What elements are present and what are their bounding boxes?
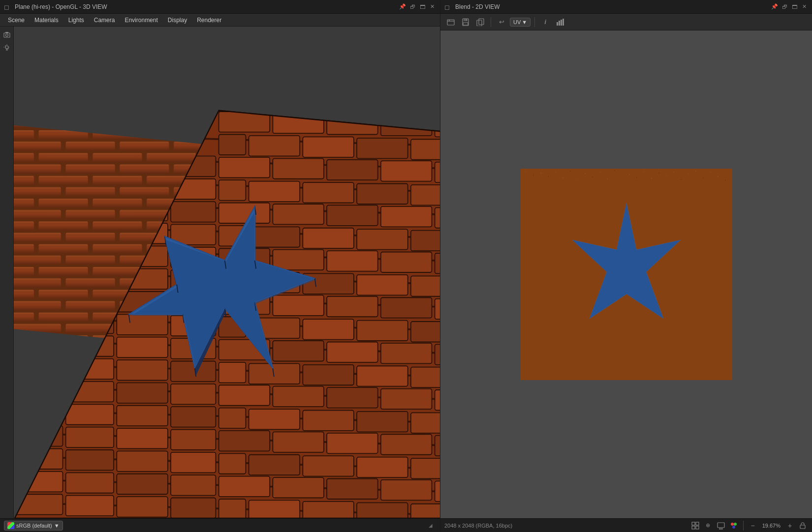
svg-rect-261 [695, 171, 696, 172]
svg-rect-63 [381, 161, 432, 181]
svg-rect-64 [435, 162, 440, 182]
svg-rect-173 [273, 432, 324, 452]
svg-rect-201 [303, 502, 354, 518]
restore-button-3d[interactable]: 🗗 [408, 3, 416, 11]
svg-rect-83 [171, 202, 216, 222]
close-button-2d[interactable]: ✕ [800, 3, 808, 11]
svg-rect-190 [219, 476, 270, 497]
menu-scene[interactable]: Scene [4, 16, 29, 25]
scene-3d-render [14, 27, 440, 518]
svg-rect-156 [327, 387, 378, 408]
menu-materials[interactable]: Materials [31, 16, 62, 25]
svg-rect-97 [273, 250, 324, 270]
undo-button[interactable]: ↩ [495, 16, 508, 29]
maximize-button-2d[interactable]: 🗖 [790, 3, 798, 11]
svg-rect-62 [327, 160, 378, 180]
color-picker-button[interactable] [728, 520, 739, 531]
lock-button[interactable] [797, 520, 808, 531]
svg-rect-118 [435, 299, 440, 319]
svg-rect-262 [703, 177, 704, 178]
svg-point-278 [731, 523, 734, 526]
svg-rect-259 [681, 179, 682, 180]
pin-button-2d[interactable]: 📌 [771, 3, 779, 11]
svg-rect-240 [540, 173, 541, 174]
svg-rect-161 [117, 406, 168, 426]
statusbar-3d: sRGB (default) ▼ ◢ [0, 518, 440, 532]
svg-rect-244 [570, 171, 571, 172]
svg-rect-180 [171, 452, 216, 473]
save-button-2d[interactable] [459, 16, 472, 29]
svg-rect-152 [117, 383, 168, 403]
titlebar-controls-3d: 📌 🗗 🗖 ✕ [399, 3, 436, 11]
svg-rect-116 [327, 296, 378, 317]
transform-button[interactable]: ⊕ [703, 520, 714, 531]
svg-rect-228 [463, 23, 468, 25]
close-button-3d[interactable]: ✕ [428, 3, 436, 11]
svg-rect-143 [303, 365, 354, 385]
menu-display[interactable]: Display [164, 16, 191, 25]
restore-button-2d[interactable]: 🗗 [781, 3, 788, 11]
image-layers-button[interactable] [444, 16, 457, 29]
titlebar-3d: ◻ Plane (hi-res) - OpenGL - 3D VIEW 📌 🗗 … [0, 0, 440, 14]
zoom-out-button[interactable]: − [748, 520, 758, 531]
svg-rect-134 [327, 342, 378, 362]
svg-rect-200 [249, 500, 300, 518]
svg-rect-179 [117, 451, 168, 471]
menu-environment[interactable]: Environment [121, 16, 161, 25]
svg-rect-246 [585, 173, 586, 174]
copy-button-2d[interactable] [474, 16, 487, 29]
svg-rect-198 [171, 498, 216, 518]
corner-resize-button[interactable]: ◢ [425, 520, 436, 531]
svg-rect-254 [644, 171, 645, 172]
channels-grid-button[interactable] [690, 520, 701, 531]
toolbar-sep-2 [534, 17, 535, 27]
svg-rect-60 [219, 157, 270, 177]
svg-rect-69 [219, 180, 246, 200]
svg-rect-189 [171, 475, 216, 495]
menu-lights[interactable]: Lights [64, 16, 88, 25]
viewport-3d[interactable] [0, 27, 440, 518]
svg-rect-135 [381, 343, 432, 363]
app-icon-2d: ◻ [444, 3, 451, 10]
svg-rect-247 [592, 177, 593, 177]
svg-rect-252 [629, 174, 630, 175]
stats-button[interactable] [554, 16, 566, 29]
app-icon-3d: ◻ [4, 3, 11, 10]
maximize-button-3d[interactable]: 🗖 [418, 3, 426, 11]
menu-camera[interactable]: Camera [90, 16, 119, 25]
svg-rect-160 [66, 404, 114, 424]
svg-rect-157 [381, 389, 432, 409]
zoom-in-button[interactable]: + [784, 520, 795, 531]
svg-rect-147 [117, 360, 168, 380]
uv-dropdown[interactable]: UV ▼ [510, 18, 531, 27]
image-info: 2048 x 2048 (RGBA, 16bpc) [444, 523, 688, 529]
info-button[interactable]: i [539, 16, 552, 29]
camera-tool-button[interactable] [1, 30, 12, 40]
menubar-3d: Scene Materials Lights Camera Environmen… [0, 14, 440, 27]
svg-rect-271 [696, 522, 699, 525]
svg-rect-273 [696, 526, 699, 529]
svg-rect-136 [435, 344, 440, 364]
toolbar-sep-1 [491, 17, 491, 27]
display-button[interactable] [716, 520, 726, 531]
colorspace-select[interactable]: sRGB (default) ▼ [4, 521, 63, 531]
light-tool-button[interactable] [1, 42, 12, 53]
svg-rect-109 [411, 276, 440, 296]
svg-rect-88 [249, 227, 300, 247]
svg-rect-176 [435, 436, 440, 456]
svg-rect-175 [381, 434, 432, 454]
viewport-2d[interactable] [440, 30, 812, 518]
toolbar-2d: ↩ UV ▼ i [440, 14, 812, 30]
svg-rect-272 [692, 526, 695, 529]
svg-rect-255 [651, 178, 652, 179]
svg-rect-153 [171, 384, 216, 404]
svg-rect-164 [249, 409, 300, 429]
menu-renderer[interactable]: Renderer [193, 16, 225, 25]
pin-button-3d[interactable]: 📌 [399, 3, 406, 11]
svg-rect-125 [303, 319, 354, 339]
viewport-3d-scene[interactable] [14, 27, 440, 518]
svg-rect-10 [6, 49, 8, 51]
svg-rect-243 [562, 177, 563, 178]
svg-rect-0 [4, 33, 10, 37]
left-toolbar-3d [0, 27, 14, 518]
